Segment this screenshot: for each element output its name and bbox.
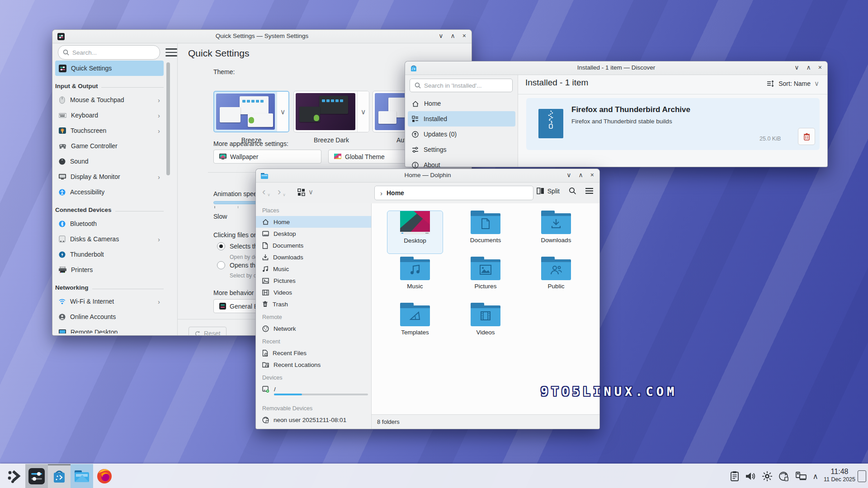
sidebar-scrollbar[interactable] — [166, 62, 170, 175]
nav-item-installed[interactable]: Installed — [408, 111, 515, 127]
clipboard-icon[interactable] — [730, 471, 739, 482]
hamburger-menu-icon[interactable] — [585, 188, 593, 194]
place-recent-files[interactable]: Recent Files — [256, 347, 371, 359]
app-card-firefox-thunderbird[interactable]: Firefox and Thunderbird Archive Firefox … — [526, 98, 820, 150]
sidebar-item-thunderbolt[interactable]: Thunderbolt — [55, 247, 164, 262]
place-downloads[interactable]: Downloads — [256, 251, 371, 263]
theme-card-breeze-dark[interactable]: ∨ — [293, 91, 369, 132]
maximize-icon[interactable]: ∧ — [451, 32, 455, 39]
folder-item-pictures[interactable]: Pictures — [458, 257, 514, 300]
minimize-icon[interactable]: ∨ — [439, 32, 443, 39]
settings-search-field[interactable] — [58, 45, 160, 60]
sidebar-item-disks-cameras[interactable]: Disks & Cameras› — [55, 231, 164, 247]
uninstall-button[interactable] — [798, 128, 815, 145]
place-home[interactable]: Home — [256, 216, 371, 228]
sidebar-item-sound[interactable]: Sound — [55, 154, 164, 169]
radio-unselected-icon[interactable] — [217, 261, 225, 269]
sidebar-item-wifi-internet[interactable]: Wi-Fi & Internet› — [55, 294, 164, 309]
place-network[interactable]: Network — [256, 323, 371, 334]
place-music[interactable]: Music — [256, 263, 371, 275]
show-desktop-button[interactable] — [858, 470, 866, 482]
task-system-settings[interactable] — [25, 464, 48, 488]
task-firefox[interactable] — [93, 464, 116, 488]
wallpaper-button[interactable]: Wallpaper — [213, 150, 321, 164]
tray-expand-icon[interactable]: ∧ — [813, 472, 818, 481]
brightness-icon[interactable] — [762, 471, 773, 482]
volume-icon[interactable] — [745, 471, 756, 481]
maximize-icon[interactable]: ∧ — [579, 171, 583, 178]
folder-item-public[interactable]: Public — [528, 257, 584, 300]
sidebar-item-remote-desktop[interactable]: Remote Desktop — [55, 324, 164, 333]
sidebar-item-bluetooth[interactable]: Bluetooth — [55, 216, 164, 231]
network-tray-icon[interactable] — [795, 471, 807, 481]
folder-item-desktop[interactable]: Desktop — [387, 211, 443, 254]
folder-item-music[interactable]: Music — [387, 257, 443, 300]
app-description: Firefox and Thunderbird stable builds — [571, 118, 672, 125]
device-removable[interactable]: neon user 20251211-08:01 — [256, 414, 371, 426]
theme-dropdown-icon[interactable]: ∨ — [357, 91, 369, 132]
place-pictures[interactable]: Pictures — [256, 275, 371, 286]
place-recent-locations[interactable]: Recent Locations — [256, 359, 371, 371]
sidebar-item-mouse-touchpad[interactable]: Mouse & Touchpad› — [55, 92, 164, 108]
task-dolphin[interactable] — [71, 464, 93, 488]
sort-control[interactable]: Sort: Name ∨ — [767, 80, 819, 88]
nav-item-settings[interactable]: Settings — [408, 142, 515, 157]
system-settings-titlebar[interactable]: Quick Settings — System Settings ∨ ∧ × — [52, 30, 472, 43]
place-desktop[interactable]: Desktop — [256, 228, 371, 239]
minimize-icon[interactable]: ∨ — [566, 171, 571, 178]
maximize-icon[interactable]: ∧ — [807, 64, 811, 71]
sidebar-item-online-accounts[interactable]: Online Accounts — [55, 309, 164, 324]
radio-selected-icon[interactable] — [217, 242, 225, 250]
discover-titlebar[interactable]: Installed - 1 item — Discover ∨ ∧ × — [405, 61, 827, 75]
folder-item-downloads[interactable]: Downloads — [528, 211, 584, 254]
folder-item-videos[interactable]: Videos — [458, 303, 514, 346]
close-icon[interactable]: × — [462, 32, 466, 39]
discover-search-field[interactable] — [410, 79, 513, 92]
reset-button[interactable]: Reset — [189, 327, 226, 335]
digital-clock[interactable]: 11:48 11 Dec 2025 — [824, 467, 855, 483]
search-icon[interactable] — [569, 187, 576, 195]
folder-item-templates[interactable]: Templates — [387, 303, 443, 346]
global-theme-icon — [334, 154, 341, 160]
sidebar-item-touchscreen[interactable]: Touchscreen› — [55, 123, 164, 138]
sidebar-item-display-monitor[interactable]: Display & Monitor› — [55, 169, 164, 184]
close-icon[interactable]: × — [590, 171, 594, 178]
nav-item-home[interactable]: Home — [408, 96, 515, 111]
close-icon[interactable]: × — [818, 64, 822, 71]
nav-item-updates[interactable]: Updates (0) — [408, 127, 515, 142]
view-mode-button[interactable]: ∨ — [297, 188, 313, 196]
back-dropdown-icon[interactable]: ∨ — [267, 192, 270, 197]
theme-dropdown-icon[interactable]: ∨ — [277, 92, 288, 131]
folder-item-documents[interactable]: Documents — [458, 211, 514, 254]
breadcrumb-expand-icon[interactable]: › — [380, 189, 382, 197]
search-input[interactable] — [72, 49, 155, 56]
sidebar-item-keyboard[interactable]: Keyboard› — [55, 108, 164, 123]
dolphin-titlebar[interactable]: Home — Dolphin ∨ ∧ × — [256, 169, 599, 183]
disk-usage-bar — [274, 394, 368, 395]
app-launcher-button[interactable] — [3, 464, 25, 488]
sidebar-item-printers[interactable]: Printers — [55, 262, 164, 277]
theme-card-breeze[interactable]: ∨ — [213, 91, 289, 132]
sidebar-item-quick-settings[interactable]: Quick Settings — [55, 61, 164, 76]
breadcrumb-location[interactable]: Home — [387, 189, 404, 197]
forward-dropdown-icon[interactable]: ∨ — [283, 192, 286, 197]
touchscreen-icon — [59, 127, 66, 134]
kde-launcher-icon — [6, 469, 22, 484]
removable-device-tray-icon[interactable] — [778, 471, 789, 482]
breadcrumb[interactable]: › Home — [374, 186, 533, 200]
discover-search-input[interactable] — [424, 82, 508, 89]
search-icon — [415, 82, 421, 89]
split-button[interactable]: Split — [537, 188, 560, 195]
minimize-icon[interactable]: ∨ — [794, 64, 799, 71]
place-trash[interactable]: Trash — [256, 298, 371, 310]
sidebar-item-accessibility[interactable]: Accessibility — [55, 184, 164, 200]
hamburger-menu-icon[interactable] — [165, 47, 177, 58]
place-videos[interactable]: Videos — [256, 286, 371, 298]
folder-view[interactable]: Desktop Documents Downloads Music Pictu — [372, 203, 599, 414]
task-discover[interactable] — [48, 464, 71, 488]
back-button[interactable]: ‹ — [262, 186, 265, 198]
system-settings-task-icon — [28, 468, 45, 485]
forward-button[interactable]: › — [278, 186, 281, 198]
sidebar-item-game-controller[interactable]: Game Controller — [55, 138, 164, 154]
place-documents[interactable]: Documents — [256, 239, 371, 251]
